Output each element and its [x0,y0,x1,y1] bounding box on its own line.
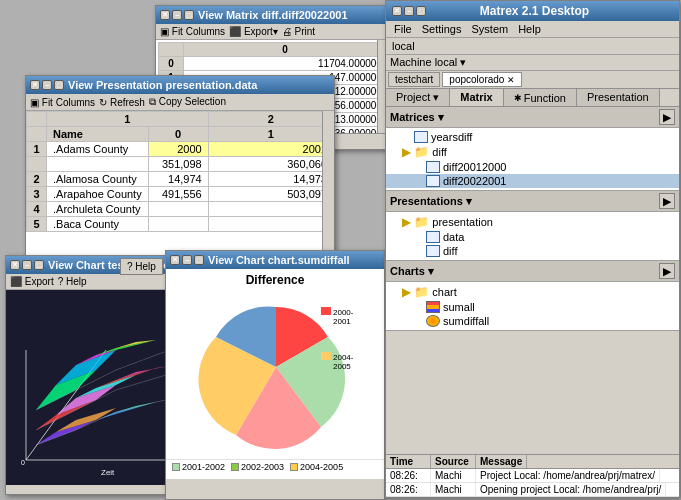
menu-system[interactable]: System [467,22,512,36]
pres-close-btn[interactable]: ✕ [30,80,40,90]
matrex-close-btn[interactable]: ✕ [392,6,402,16]
presentations-label: Presentations ▾ [390,195,472,208]
matrix-titlebar: ✕ − □ View Matrix diff.diff20022001 [156,6,389,24]
pie-bottom-legend: 2001-2002 2002-2003 2004-2005 [166,459,384,474]
sdiff-max-btn[interactable]: □ [194,255,204,265]
tree-yearsdiff[interactable]: yearsdiff [386,130,679,144]
matrix-toolbar: ▣ Fit Columns ⬛ Export▾ 🖨 Print [156,24,389,40]
log-message-2: Opening project Local: /home/andrea/prj/ [476,483,666,496]
project-function-tabs: Project ▾ Matrix ✱Function Presentation [386,89,679,107]
tree-sumdiffall[interactable]: sumdiffall [386,314,679,328]
surf-close-btn[interactable]: ✕ [10,260,20,270]
tree-pres-data[interactable]: data [386,230,679,244]
log-row-1: 08:26: Machi Project Local: /home/andrea… [386,469,679,483]
presentations-add-btn[interactable]: ▶ [659,193,675,209]
log-source-header: Source [431,455,476,468]
matrex-window: ✕ − □ Matrex 2.1 Desktop File Settings S… [385,0,680,498]
matrices-section-header: Matrices ▾ ▶ [386,107,679,128]
sdiff-close-btn[interactable]: ✕ [170,255,180,265]
diff20012000-icon [426,161,440,173]
matrix-max-btn[interactable]: □ [184,10,194,20]
help-tooltip: ? Help [120,258,163,275]
pres-diff-icon [426,245,440,257]
surf-max-btn[interactable]: □ [34,260,44,270]
tab-popcolorado[interactable]: popcolorado ✕ [442,72,522,87]
sdiff-window-controls[interactable]: ✕ − □ [170,255,204,265]
table-row: 0 11704.000000 [159,57,387,71]
legend-2002: 2002-2003 [231,462,284,472]
tab-matrix[interactable]: Matrix [450,89,503,106]
tree-diff20012000[interactable]: diff20012000 [386,160,679,174]
matrices-add-btn[interactable]: ▶ [659,109,675,125]
tree-pres-diff[interactable]: diff [386,244,679,258]
surf-window-controls[interactable]: ✕ − □ [10,260,44,270]
tab-close-icon[interactable]: ✕ [507,75,515,85]
toolbar-fit-columns[interactable]: ▣ Fit Columns [160,26,225,37]
tab-presentation[interactable]: Presentation [577,89,660,106]
matrix-col-0: 0 [184,43,387,57]
pres-folder-icon: ▶ 📁 [402,215,429,229]
matrex-max-btn[interactable]: □ [416,6,426,16]
project-tabs-row: testchart popcolorado ✕ [386,71,679,89]
sumdiffall-window: ✕ − □ View Chart chart.sumdiffall Differ… [165,250,385,500]
menu-file[interactable]: File [390,22,416,36]
pres-min-btn[interactable]: − [42,80,52,90]
svg-rect-25 [321,352,331,360]
matrix-window-controls[interactable]: ✕ − □ [160,10,194,20]
legend-2004: 2004-2005 [290,462,343,472]
pres-refresh[interactable]: ↻ Refresh [99,97,145,108]
table-row: 5 .Baca County [27,217,334,232]
table-row: 3 .Arapahoe County 491,556 503,097 [27,187,334,202]
diff-folder-icon: ▶ 📁 [402,145,429,159]
tab-function[interactable]: ✱Function [504,89,577,106]
log-header: Time Source Message [386,455,679,469]
presentation-title: View Presentation presentation.data [68,79,257,91]
matrices-label: Matrices ▾ [390,111,444,124]
pres-copy[interactable]: ⧉ Copy Selection [149,96,226,108]
menu-settings[interactable]: Settings [418,22,466,36]
table-row: 4 .Archuleta County [27,202,334,217]
charts-add-btn[interactable]: ▶ [659,263,675,279]
log-time-header: Time [386,455,431,468]
log-message-1: Project Local: /home/andrea/prj/matrex/ [476,469,660,482]
table-row: 1 .Adams County 2000 2001 [27,142,334,157]
matrices-tree: yearsdiff ▶ 📁 diff diff20012000 diff2002… [386,128,679,191]
tab-project[interactable]: Project ▾ [386,89,450,106]
chart-folder-icon: ▶ 📁 [402,285,429,299]
toolbar-export[interactable]: ⬛ Export▾ [229,26,278,37]
pres-fit-columns[interactable]: ▣ Fit Columns [30,97,95,108]
svg-rect-22 [321,307,331,315]
svg-text:2001: 2001 [333,317,351,326]
presentation-toolbar: ▣ Fit Columns ↻ Refresh ⧉ Copy Selection [26,94,334,111]
sdiff-min-btn[interactable]: − [182,255,192,265]
log-source-2: Machi [431,483,476,496]
matrix-min-btn[interactable]: − [172,10,182,20]
matrix-close-btn[interactable]: ✕ [160,10,170,20]
sumdiffall-title: View Chart chart.sumdiffall [208,254,350,266]
pres-max-btn[interactable]: □ [54,80,64,90]
pie-chart-svg: 2000- 2001 2004- 2005 [166,287,384,457]
tree-presentation-folder[interactable]: ▶ 📁 presentation [386,214,679,230]
log-area: Time Source Message 08:26: Machi Project… [386,454,679,497]
tree-sumall[interactable]: sumall [386,300,679,314]
matrex-titlebar: ✕ − □ Matrex 2.1 Desktop [386,1,679,21]
matrex-controls[interactable]: ✕ − □ [392,6,426,16]
log-time-1: 08:26: [386,469,431,482]
machine-dropdown[interactable]: Machine local ▾ [386,55,679,71]
menu-help[interactable]: Help [514,22,545,36]
surf-min-btn[interactable]: − [22,260,32,270]
matrex-menubar: File Settings System Help [386,21,679,38]
tree-diff20022001[interactable]: diff20022001 [386,174,679,188]
tree-chart-folder[interactable]: ▶ 📁 chart [386,284,679,300]
surf-export[interactable]: ⬛ Export [10,276,54,287]
matrex-min-btn[interactable]: − [404,6,414,16]
sumdiffall-titlebar: ✕ − □ View Chart chart.sumdiffall [166,251,384,269]
tab-testchart[interactable]: testchart [388,72,440,87]
tree-diff-folder[interactable]: ▶ 📁 diff [386,144,679,160]
surf-help[interactable]: ? Help [58,276,87,287]
pres-window-controls[interactable]: ✕ − □ [30,80,64,90]
pres-data-icon [426,231,440,243]
log-time-2: 08:26: [386,483,431,496]
svg-text:2005: 2005 [333,362,351,371]
toolbar-print[interactable]: 🖨 Print [282,26,315,37]
